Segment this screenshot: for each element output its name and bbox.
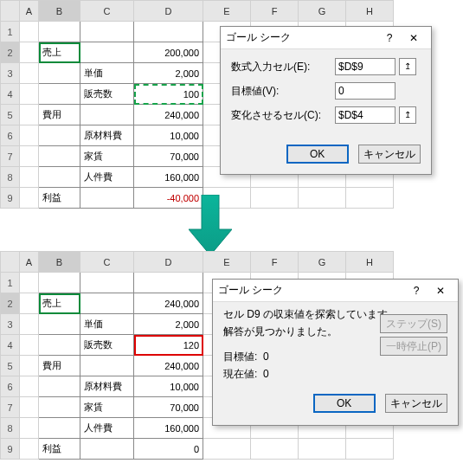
cell-C4[interactable]: 販売数 — [80, 335, 134, 356]
cell-D6[interactable]: 10,000 — [134, 376, 203, 397]
cell-D7[interactable]: 70,000 — [134, 146, 203, 167]
cell[interactable] — [39, 167, 80, 188]
corner-cell[interactable] — [1, 252, 20, 273]
cell[interactable] — [80, 42, 134, 63]
cell[interactable] — [251, 188, 299, 209]
col-header[interactable]: C — [80, 252, 134, 273]
cell[interactable] — [80, 293, 134, 314]
close-button[interactable]: ✕ — [428, 285, 453, 297]
changing-cell-input[interactable] — [335, 106, 395, 124]
cell[interactable] — [80, 356, 134, 376]
ref-picker-icon[interactable]: ↥ — [399, 106, 416, 124]
cell-D4[interactable]: 100 — [134, 84, 203, 105]
col-header[interactable]: A — [20, 1, 39, 22]
cell[interactable] — [80, 273, 134, 293]
cancel-button[interactable]: キャンセル — [385, 394, 447, 413]
cell-D2[interactable]: 200,000 — [134, 42, 203, 63]
close-button[interactable]: ✕ — [402, 32, 426, 44]
cell-C8[interactable]: 人件費 — [80, 418, 134, 439]
cell[interactable] — [20, 22, 39, 42]
row-header[interactable]: 5 — [1, 356, 20, 376]
cell[interactable] — [80, 439, 134, 460]
row-header[interactable]: 7 — [1, 146, 20, 167]
cell[interactable] — [39, 22, 80, 42]
row-header[interactable]: 1 — [1, 273, 20, 293]
cell[interactable] — [20, 397, 39, 418]
help-button[interactable]: ? — [404, 285, 428, 297]
cell[interactable] — [299, 188, 346, 209]
row-header[interactable]: 3 — [1, 314, 20, 335]
cell-C3[interactable]: 単価 — [80, 63, 134, 84]
cell-B5[interactable]: 費用 — [39, 105, 80, 125]
cell[interactable] — [251, 439, 299, 460]
row-header[interactable]: 4 — [1, 84, 20, 105]
cell[interactable] — [39, 146, 80, 167]
row-header[interactable]: 9 — [1, 439, 20, 460]
cell-D3[interactable]: 2,000 — [134, 63, 203, 84]
cell[interactable] — [20, 335, 39, 356]
col-header[interactable]: D — [134, 252, 203, 273]
cell[interactable] — [39, 314, 80, 335]
cell[interactable] — [20, 42, 39, 63]
help-button[interactable]: ? — [377, 32, 402, 44]
cell-D2[interactable]: 240,000 — [134, 293, 203, 314]
cell-D9[interactable]: -40,000 — [134, 188, 203, 209]
col-header[interactable]: E — [203, 1, 251, 22]
col-header[interactable]: B — [39, 252, 80, 273]
formula-cell-input[interactable] — [335, 58, 395, 75]
target-value-input[interactable] — [335, 82, 395, 100]
cell[interactable] — [20, 293, 39, 314]
col-header[interactable]: E — [203, 252, 251, 273]
cell-C7[interactable]: 家賃 — [80, 397, 134, 418]
row-header[interactable]: 4 — [1, 335, 20, 356]
cell[interactable] — [346, 439, 394, 460]
corner-cell[interactable] — [1, 1, 20, 22]
row-header[interactable]: 8 — [1, 418, 20, 439]
col-header[interactable]: D — [134, 1, 203, 22]
cell-D5[interactable]: 240,000 — [134, 105, 203, 125]
row-header[interactable]: 6 — [1, 376, 20, 397]
cell[interactable] — [20, 167, 39, 188]
cell-D5[interactable]: 240,000 — [134, 356, 203, 376]
cell[interactable] — [20, 273, 39, 293]
cell[interactable] — [299, 439, 346, 460]
cell[interactable] — [80, 22, 134, 42]
ok-button[interactable]: OK — [313, 394, 376, 413]
col-header[interactable]: F — [251, 252, 299, 273]
col-header[interactable]: H — [346, 252, 394, 273]
cell[interactable] — [203, 439, 251, 460]
cell[interactable] — [20, 63, 39, 84]
cell-D4[interactable]: 120 — [134, 335, 203, 356]
cell-C6[interactable]: 原材料費 — [80, 376, 134, 397]
cell-C8[interactable]: 人件費 — [80, 167, 134, 188]
col-header[interactable]: B — [39, 1, 80, 22]
cell[interactable] — [20, 125, 39, 146]
cell-B2[interactable]: 売上 — [39, 293, 80, 314]
col-header[interactable]: C — [80, 1, 134, 22]
cell[interactable] — [20, 84, 39, 105]
cell-B5[interactable]: 費用 — [39, 356, 80, 376]
col-header[interactable]: G — [299, 1, 346, 22]
cell[interactable] — [20, 188, 39, 209]
ok-button[interactable]: OK — [286, 145, 349, 164]
row-header[interactable]: 7 — [1, 397, 20, 418]
cell-D9[interactable]: 0 — [134, 439, 203, 460]
cell[interactable] — [20, 376, 39, 397]
cell[interactable] — [20, 418, 39, 439]
cell[interactable] — [39, 376, 80, 397]
col-header[interactable]: A — [20, 252, 39, 273]
row-header[interactable]: 9 — [1, 188, 20, 209]
cell[interactable] — [80, 188, 134, 209]
cell-D3[interactable]: 2,000 — [134, 314, 203, 335]
cell[interactable] — [39, 335, 80, 356]
row-header[interactable]: 3 — [1, 63, 20, 84]
cell[interactable] — [39, 84, 80, 105]
cell[interactable] — [20, 439, 39, 460]
cell[interactable] — [203, 188, 251, 209]
cell-B9[interactable]: 利益 — [39, 439, 80, 460]
cell[interactable] — [39, 63, 80, 84]
cell[interactable] — [20, 314, 39, 335]
cell-D6[interactable]: 10,000 — [134, 125, 203, 146]
cell-C4[interactable]: 販売数 — [80, 84, 134, 105]
row-header[interactable]: 2 — [1, 42, 20, 63]
